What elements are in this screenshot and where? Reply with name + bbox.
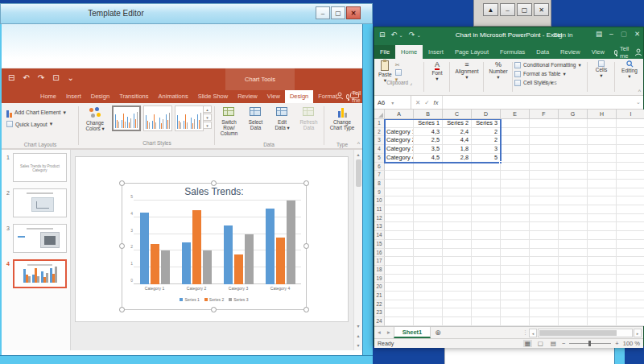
cell-B19[interactable] bbox=[414, 275, 443, 283]
col-header-E[interactable]: E bbox=[501, 110, 530, 118]
editing-menu-button[interactable]: Editing ▾ bbox=[617, 60, 642, 79]
ppt-tab-slide-show[interactable]: Slide Show bbox=[193, 90, 233, 103]
row-header-7[interactable]: 7 bbox=[374, 171, 385, 180]
resize-handle[interactable] bbox=[119, 180, 125, 186]
cell-F8[interactable] bbox=[530, 180, 559, 188]
cell-D24[interactable] bbox=[472, 317, 501, 326]
cell-H8[interactable] bbox=[588, 180, 617, 188]
col-header-I[interactable]: I bbox=[617, 110, 644, 118]
comments-icon[interactable] bbox=[350, 93, 359, 100]
cell-H10[interactable] bbox=[588, 196, 617, 205]
alignment-menu-button[interactable]: ≡ Alignment ▾ bbox=[452, 60, 482, 80]
cell-C2[interactable]: 2,4 bbox=[443, 128, 472, 137]
cell-H6[interactable] bbox=[588, 163, 617, 172]
cell-H21[interactable] bbox=[588, 292, 617, 300]
font-menu-button[interactable]: A Font ▾ bbox=[426, 60, 448, 81]
chart-bar-series-1-category-1[interactable] bbox=[140, 213, 149, 284]
cell-C21[interactable] bbox=[443, 292, 472, 300]
cell-E11[interactable] bbox=[501, 205, 530, 214]
select-all-corner[interactable] bbox=[374, 110, 385, 118]
gallery-down-icon[interactable]: ▾ bbox=[203, 114, 212, 121]
cell-E17[interactable] bbox=[501, 257, 530, 266]
cell-I6[interactable] bbox=[617, 163, 644, 172]
cell-F3[interactable] bbox=[530, 136, 559, 145]
cell-B21[interactable] bbox=[414, 292, 443, 300]
excel-tab-data[interactable]: Data bbox=[530, 45, 555, 59]
slide-thumbnail-item-3[interactable]: 3 bbox=[3, 224, 67, 253]
cell-C14[interactable] bbox=[443, 231, 472, 240]
maximize-button[interactable]: ▢ bbox=[621, 30, 627, 38]
cell-D21[interactable] bbox=[472, 292, 501, 300]
cell-F4[interactable] bbox=[530, 145, 559, 154]
cell-H19[interactable] bbox=[588, 275, 617, 283]
row-header-2[interactable]: 2 bbox=[374, 128, 385, 137]
cell-I5[interactable] bbox=[617, 154, 644, 163]
slide-thumbnail-item-1[interactable]: 1Sales Trends by Product Category bbox=[3, 153, 67, 182]
cell-C15[interactable] bbox=[443, 240, 472, 249]
sign-in-link[interactable]: Sign in bbox=[553, 31, 572, 39]
close-button[interactable]: ✕ bbox=[346, 6, 361, 19]
cell-C20[interactable] bbox=[443, 283, 472, 292]
slideshow-icon[interactable]: ⊡ bbox=[52, 72, 59, 84]
next-slide-icon[interactable]: ▾ bbox=[354, 341, 362, 350]
cell-C12[interactable] bbox=[443, 214, 472, 223]
conditional-formatting-button[interactable]: Conditional Formatting ▾ bbox=[514, 60, 585, 69]
zoom-in-button[interactable]: + bbox=[615, 340, 618, 347]
chart-bar-series-2-category-3[interactable] bbox=[234, 254, 243, 284]
scroll-up-icon[interactable]: ▴ bbox=[354, 150, 362, 159]
minimize-button[interactable]: – bbox=[316, 6, 330, 19]
cell-H24[interactable] bbox=[588, 317, 617, 326]
cell-D9[interactable] bbox=[472, 188, 501, 197]
slide-thumbnail-item-4[interactable]: 4 bbox=[3, 259, 67, 288]
row-header-22[interactable]: 22 bbox=[374, 300, 385, 309]
ppt-tab-design[interactable]: Design bbox=[285, 90, 313, 103]
cell-B4[interactable]: 3,5 bbox=[414, 145, 443, 154]
resize-handle[interactable] bbox=[119, 307, 125, 312]
cell-E20[interactable] bbox=[501, 283, 530, 292]
cell-B1[interactable]: Series 1 bbox=[414, 119, 443, 128]
chart-bar-series-1-category-4[interactable] bbox=[266, 209, 275, 284]
cell-E9[interactable] bbox=[501, 188, 530, 197]
cell-G17[interactable] bbox=[559, 257, 588, 266]
cell-D22[interactable] bbox=[472, 300, 501, 309]
fragment-close-button[interactable]: ✕ bbox=[534, 3, 549, 16]
cell-G10[interactable] bbox=[559, 196, 588, 205]
cell-I23[interactable] bbox=[617, 308, 644, 317]
cell-B15[interactable] bbox=[414, 240, 443, 249]
col-header-A[interactable]: A bbox=[385, 110, 414, 118]
cell-C1[interactable]: Series 2 bbox=[443, 119, 472, 128]
cell-E21[interactable] bbox=[501, 292, 530, 300]
cell-A1[interactable] bbox=[385, 119, 414, 128]
cell-B11[interactable] bbox=[414, 205, 443, 214]
cancel-icon[interactable]: ✕ bbox=[415, 99, 420, 106]
cell-E1[interactable] bbox=[501, 119, 530, 128]
insert-function-icon[interactable]: fx bbox=[434, 99, 439, 106]
cell-B8[interactable] bbox=[414, 180, 443, 188]
cell-D15[interactable] bbox=[472, 240, 501, 249]
scrollbar-thumb[interactable] bbox=[356, 159, 361, 187]
cell-A8[interactable] bbox=[385, 180, 414, 188]
select-data-button[interactable]: Select Data bbox=[242, 105, 269, 136]
row-header-21[interactable]: 21 bbox=[374, 292, 385, 300]
resize-handle[interactable] bbox=[303, 180, 309, 186]
fragment-maximize-button[interactable]: ▢ bbox=[517, 3, 532, 16]
cell-B14[interactable] bbox=[414, 231, 443, 240]
cell-D11[interactable] bbox=[472, 205, 501, 214]
cell-F2[interactable] bbox=[530, 128, 559, 137]
ribbon-display-options-icon[interactable]: ▤ bbox=[596, 30, 602, 38]
scroll-down-icon[interactable]: ▾ bbox=[354, 321, 362, 331]
cell-I9[interactable] bbox=[617, 188, 644, 197]
col-header-H[interactable]: H bbox=[588, 110, 617, 118]
number-menu-button[interactable]: % Number ▾ bbox=[485, 60, 511, 80]
cell-I11[interactable] bbox=[617, 205, 644, 214]
change-colors-button[interactable]: Change Colors ▾ bbox=[80, 105, 109, 131]
excel-tab-view[interactable]: View bbox=[586, 45, 610, 59]
cell-A5[interactable]: Category 4 bbox=[385, 154, 414, 163]
excel-titlebar[interactable]: ⊟ ↶ ⌄ ↷ ⌄ Chart in Microsoft PowerPoint … bbox=[374, 27, 643, 45]
gallery-more-icon[interactable]: ▾ bbox=[203, 122, 212, 129]
cell-G8[interactable] bbox=[559, 180, 588, 188]
cell-B12[interactable] bbox=[414, 214, 443, 223]
cell-I10[interactable] bbox=[617, 196, 644, 205]
row-header-3[interactable]: 3 bbox=[374, 136, 385, 145]
undo-icon[interactable]: ↶ bbox=[23, 72, 29, 84]
